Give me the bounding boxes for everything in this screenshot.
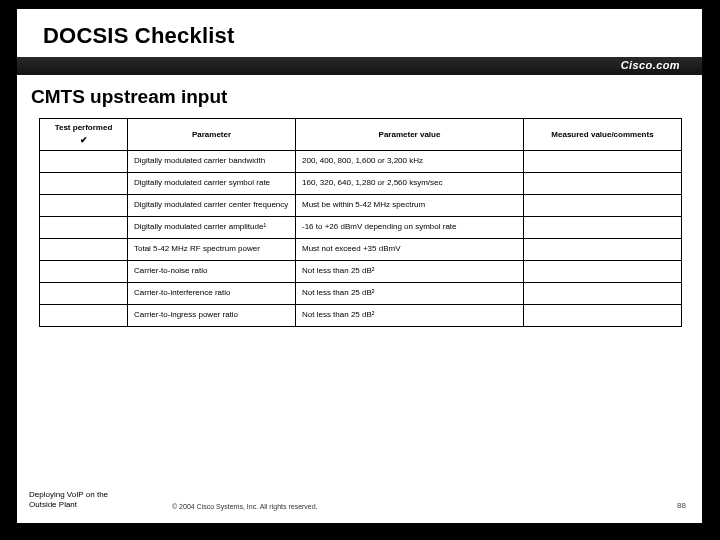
cell-param: Carrier-to-interference ratio	[128, 283, 296, 305]
cell-check	[40, 261, 128, 283]
table-row: Digitally modulated carrier bandwidth 20…	[40, 151, 682, 173]
footer-left: Deploying VoIP on the Outside Plant	[29, 490, 108, 510]
cell-value: 200, 400, 800, 1,600 or 3,200 kHz	[296, 151, 524, 173]
cell-check	[40, 151, 128, 173]
cell-param: Digitally modulated carrier amplitude¹	[128, 217, 296, 239]
cell-measured	[524, 217, 682, 239]
table-row: Digitally modulated carrier amplitude¹ -…	[40, 217, 682, 239]
brand-bar: Cisco.com	[17, 57, 702, 75]
cell-check	[40, 283, 128, 305]
header-test-performed-label: Test performed	[55, 123, 113, 132]
cell-value: 160, 320, 640, 1,280 or 2,560 ksym/sec	[296, 173, 524, 195]
cell-value: Not less than 25 dB²	[296, 261, 524, 283]
cell-value: Not less than 25 dB²	[296, 305, 524, 327]
cell-value: Not less than 25 dB²	[296, 283, 524, 305]
table-row: Total 5-42 MHz RF spectrum power Must no…	[40, 239, 682, 261]
cell-measured	[524, 173, 682, 195]
checklist-table: Test performed ✔ Parameter Parameter val…	[39, 118, 682, 327]
table-header-row: Test performed ✔ Parameter Parameter val…	[40, 119, 682, 151]
footer-line2: Outside Plant	[29, 500, 77, 509]
cell-measured	[524, 195, 682, 217]
cell-check	[40, 239, 128, 261]
cell-value: Must not exceed +35 dBmV	[296, 239, 524, 261]
cell-check	[40, 195, 128, 217]
footer-copyright: © 2004 Cisco Systems, Inc. All rights re…	[172, 503, 318, 510]
cell-param: Digitally modulated carrier bandwidth	[128, 151, 296, 173]
table-row: Digitally modulated carrier symbol rate …	[40, 173, 682, 195]
header-parameter-value: Parameter value	[296, 119, 524, 151]
cell-measured	[524, 305, 682, 327]
cell-param: Digitally modulated carrier center frequ…	[128, 195, 296, 217]
header-parameter: Parameter	[128, 119, 296, 151]
cell-value: Must be within 5-42 MHz spectrum	[296, 195, 524, 217]
cell-param: Carrier-to-ingress power ratio	[128, 305, 296, 327]
slide-container: DOCSIS Checklist Cisco.com CMTS upstream…	[17, 9, 702, 523]
brand-label: Cisco.com	[621, 59, 680, 71]
header-measured: Measured value/comments	[524, 119, 682, 151]
section-subtitle: CMTS upstream input	[31, 86, 227, 108]
cell-check	[40, 173, 128, 195]
cell-measured	[524, 151, 682, 173]
table-row: Carrier-to-noise ratio Not less than 25 …	[40, 261, 682, 283]
footer-line1: Deploying VoIP on the	[29, 490, 108, 499]
page-title: DOCSIS Checklist	[43, 23, 234, 49]
cell-check	[40, 217, 128, 239]
cell-param: Digitally modulated carrier symbol rate	[128, 173, 296, 195]
header-test-performed: Test performed ✔	[40, 119, 128, 151]
cell-measured	[524, 261, 682, 283]
cell-check	[40, 305, 128, 327]
cell-measured	[524, 283, 682, 305]
table-row: Carrier-to-ingress power ratio Not less …	[40, 305, 682, 327]
table-row: Digitally modulated carrier center frequ…	[40, 195, 682, 217]
table-row: Carrier-to-interference ratio Not less t…	[40, 283, 682, 305]
cell-param: Total 5-42 MHz RF spectrum power	[128, 239, 296, 261]
check-icon: ✔	[46, 135, 121, 146]
footer-page-number: 88	[677, 501, 686, 510]
cell-value: -16 to +26 dBmV depending on symbol rate	[296, 217, 524, 239]
cell-measured	[524, 239, 682, 261]
cell-param: Carrier-to-noise ratio	[128, 261, 296, 283]
